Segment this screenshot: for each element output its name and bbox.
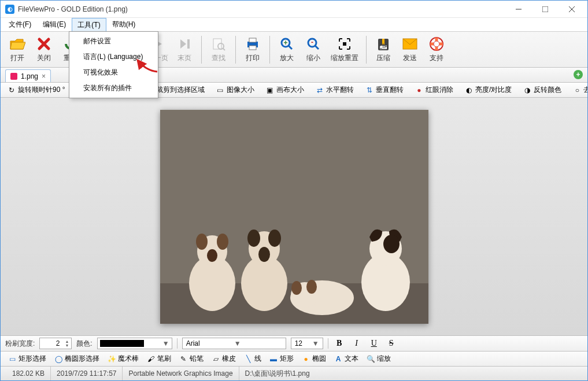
file-icon	[10, 73, 17, 80]
window-title: FileViewPro - GOLD Edition (1.png)	[18, 5, 505, 13]
ellipse-tool[interactable]: ●椭圆	[299, 353, 329, 365]
svg-text:ZIP: ZIP	[378, 42, 389, 50]
find-button[interactable]: 查找	[206, 35, 231, 64]
add-tab-button[interactable]: +	[574, 70, 583, 79]
dd-visual-effects[interactable]: 可视化效果	[71, 65, 157, 80]
status-filetype: Portable Network Graphics Image	[123, 367, 239, 380]
status-date: 2019/7/29 11:17:57	[51, 367, 123, 380]
folder-open-icon	[9, 36, 25, 52]
zoom-out-button[interactable]: - 缩小	[301, 35, 326, 64]
tools-dropdown: 邮件设置 语言(L) (Language) 可视化效果 安装所有的插件	[69, 31, 158, 98]
image-viewer[interactable]: 书 photo ◎ 安下载 anxz.com	[1, 98, 587, 335]
svg-text:-: -	[311, 38, 313, 46]
svg-line-11	[289, 46, 292, 49]
status-path: D:\桌面\说明书\1.png	[239, 367, 316, 380]
ellipse-icon: ●	[302, 355, 310, 363]
rect-select-tool[interactable]: ▭矩形选择	[5, 353, 49, 365]
flip-v-button[interactable]: ⇅垂直翻转	[362, 84, 407, 97]
canvas-size-button[interactable]: ▣画布大小	[262, 84, 308, 97]
redeye-button[interactable]: ●红眼消除	[412, 84, 457, 97]
brush-width-field[interactable]	[42, 339, 60, 347]
svg-rect-9	[249, 46, 256, 50]
spinner-icon[interactable]: ▲▼	[65, 339, 69, 347]
strike-button[interactable]: S	[385, 338, 398, 349]
last-button[interactable]: 末页	[172, 35, 197, 64]
svg-point-39	[306, 280, 317, 294]
zoom-in-button[interactable]: + 放大	[275, 35, 299, 64]
zoom-icon: 🔍	[367, 355, 375, 363]
menu-help[interactable]: 帮助(H)	[106, 18, 142, 31]
brush-width-input[interactable]: ▲▼	[39, 338, 72, 349]
document-tab[interactable]: 1.png ×	[5, 69, 51, 82]
dd-install-plugins[interactable]: 安装所有的插件	[71, 80, 157, 96]
svg-point-23	[434, 41, 439, 47]
font-size-select[interactable]: 12▼	[291, 338, 323, 349]
text-icon: A	[334, 355, 342, 363]
flip-h-button[interactable]: ⇄水平翻转	[312, 84, 357, 97]
canvas-size-icon: ▣	[266, 86, 274, 94]
ellipse-select-tool[interactable]: ◯椭圆形选择	[51, 353, 102, 365]
minimize-button[interactable]	[505, 1, 532, 18]
format-bar: 粉刷宽度: ▲▼ 颜色: ▼ Arial▼ 12▼ B I U S	[1, 335, 587, 352]
lifebuoy-icon	[428, 36, 445, 52]
wand-tool[interactable]: ✨魔术棒	[105, 353, 142, 365]
find-icon	[210, 36, 227, 52]
tab-close-icon[interactable]: ×	[42, 72, 46, 80]
eraser-tool[interactable]: ▱橡皮	[209, 353, 239, 365]
close-x-icon	[36, 36, 52, 52]
image-size-button[interactable]: ▭图像大小	[213, 84, 258, 97]
color-select[interactable]: ▼	[97, 338, 172, 349]
menu-tools[interactable]: 工具(T)	[72, 18, 106, 31]
image-size-icon: ▭	[216, 86, 224, 94]
svg-point-33	[247, 230, 260, 247]
text-tool[interactable]: A文本	[331, 353, 361, 365]
open-button[interactable]: 打开	[5, 35, 29, 64]
last-page-icon	[176, 36, 193, 52]
line-tool[interactable]: ╲线	[241, 353, 264, 365]
menu-file[interactable]: 文件(F)	[3, 18, 37, 31]
support-button[interactable]: 支持	[424, 35, 449, 64]
brush-tool[interactable]: 🖌笔刷	[144, 353, 174, 365]
app-icon: ◐	[5, 5, 14, 14]
toolbar-separator	[201, 36, 202, 64]
font-select[interactable]: Arial▼	[182, 338, 286, 349]
dd-language[interactable]: 语言(L) (Language)	[71, 49, 157, 65]
menubar: 文件(F) 编辑(E) 工具(T) 帮助(H) 邮件设置 语言(L) (Lang…	[1, 18, 587, 32]
send-button[interactable]: 发送	[398, 35, 422, 64]
italic-button[interactable]: I	[350, 338, 363, 349]
underline-button[interactable]: U	[368, 338, 380, 349]
rect-icon: ▬	[269, 355, 278, 363]
svg-point-30	[207, 249, 217, 262]
close-button[interactable]	[559, 1, 585, 18]
zoom-in-icon: +	[279, 36, 295, 52]
zoom-tool[interactable]: 🔍缩放	[364, 353, 394, 365]
invert-button[interactable]: ◑反转颜色	[520, 84, 565, 97]
bold-button[interactable]: B	[333, 338, 346, 349]
zoom-out-icon: -	[305, 36, 321, 52]
pencil-tool[interactable]: ✎铅笔	[176, 353, 206, 365]
brush-width-label: 粉刷宽度:	[5, 339, 35, 349]
svg-rect-1	[542, 6, 548, 12]
svg-point-29	[217, 234, 228, 250]
color-label: 颜色:	[76, 339, 92, 349]
ellipse-select-icon: ◯	[54, 355, 62, 363]
toolbar-separator	[269, 36, 270, 64]
eraser-icon: ▱	[212, 355, 220, 363]
desaturate-button[interactable]: ○去色	[569, 84, 587, 97]
rotate-cw-button[interactable]: ↻旋转顺时针90 °	[4, 84, 68, 97]
menu-edit[interactable]: 编辑(E)	[37, 18, 72, 31]
mail-icon	[402, 36, 418, 52]
maximize-button[interactable]	[532, 1, 559, 18]
compress-button[interactable]: ZIP 压缩	[371, 35, 395, 64]
dd-mail-settings[interactable]: 邮件设置	[71, 34, 157, 49]
print-button[interactable]: 打印	[241, 35, 265, 64]
brightness-button[interactable]: ◐亮度/对比度	[461, 84, 515, 97]
displayed-image: 书 photo ◎ 安下载 anxz.com	[160, 110, 428, 324]
svg-point-42	[383, 235, 400, 253]
titlebar: ◐ FileViewPro - GOLD Edition (1.png)	[1, 1, 587, 18]
rect-tool[interactable]: ▬矩形	[267, 353, 297, 365]
brightness-icon: ◐	[465, 86, 473, 94]
close-file-button[interactable]: 关闭	[32, 35, 56, 64]
zoom-reset-button[interactable]: 缩放重置	[328, 35, 361, 64]
zip-icon: ZIP	[375, 36, 391, 52]
